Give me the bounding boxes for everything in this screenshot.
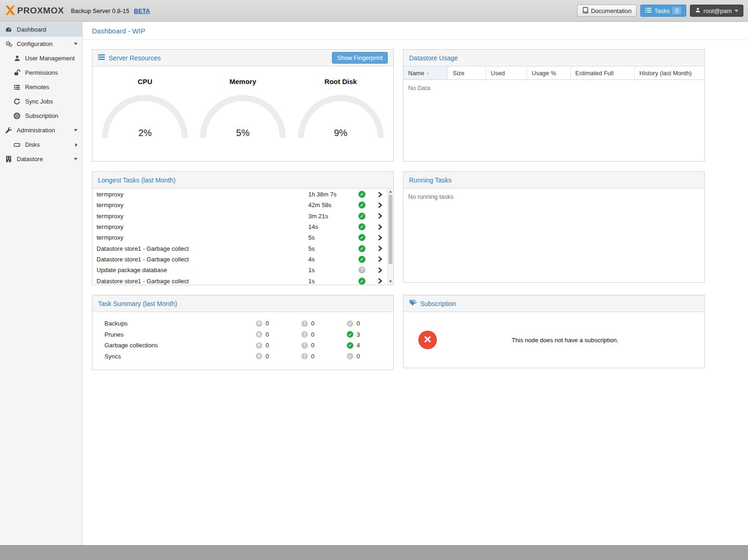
warning-count-group: 0 xyxy=(301,353,347,360)
panel-title: Longest Tasks (last Month) xyxy=(98,176,176,184)
ok-icon xyxy=(347,320,353,327)
error-icon xyxy=(256,342,262,349)
no-subscription-icon xyxy=(418,331,437,349)
task-duration: 1h 38m 7s xyxy=(308,191,358,198)
documentation-button[interactable]: Documentation xyxy=(577,5,637,17)
warning-count-group: 0 xyxy=(301,342,347,349)
ok-count: 3 xyxy=(357,331,360,338)
task-row: termproxy 1h 38m 7s xyxy=(92,189,387,200)
ok-count-group: 0 xyxy=(347,353,392,360)
sidebar-item-permissions[interactable]: Permissions xyxy=(0,65,82,80)
column-header-used[interactable]: Used xyxy=(486,66,527,79)
running-tasks-body: No running tasks xyxy=(403,189,704,282)
ok-count: 0 xyxy=(357,320,360,327)
column-header-history[interactable]: History (last Month) xyxy=(635,66,704,79)
open-task-chevron-icon[interactable] xyxy=(374,267,386,273)
chevron-down-icon xyxy=(735,10,738,12)
scroll-up-icon[interactable] xyxy=(389,190,392,193)
task-name: termproxy xyxy=(97,213,308,220)
beta-link[interactable]: BETA xyxy=(134,7,150,14)
warning-icon xyxy=(301,353,308,359)
server-resources-body: CPU 2% Memory xyxy=(92,66,393,161)
status-ok-icon xyxy=(358,278,365,285)
warning-icon xyxy=(301,342,308,349)
task-name: termproxy xyxy=(97,234,308,241)
column-label: Used xyxy=(491,70,505,77)
empty-state-text: No Data xyxy=(403,80,704,96)
warning-icon xyxy=(301,320,308,327)
sidebar-item-remotes[interactable]: Remotes xyxy=(0,80,82,94)
task-duration: 1s xyxy=(308,267,358,273)
column-header-estimated-full[interactable]: Estimated Full xyxy=(571,66,635,79)
panel-title: Task Summary (last Month) xyxy=(98,300,177,307)
chevron-right-icon xyxy=(75,143,78,147)
open-task-chevron-icon[interactable] xyxy=(374,245,386,252)
user-icon xyxy=(13,55,21,62)
user-label: root@pam xyxy=(703,7,732,14)
ok-count-group: 0 xyxy=(347,320,392,327)
task-duration: 4s xyxy=(308,256,358,263)
sidebar-item-label: Remotes xyxy=(25,84,49,91)
column-header-size[interactable]: Size xyxy=(448,66,486,79)
vertical-scrollbar[interactable] xyxy=(387,189,393,285)
app-window: PROXMOX Backup Server 0.8-15 BETA Docume… xyxy=(0,0,748,560)
error-icon xyxy=(256,320,262,327)
status-ok-icon xyxy=(358,234,365,241)
page-title: Dashboard - WIP xyxy=(92,27,145,35)
running-tasks-panel: Running Tasks No running tasks xyxy=(403,171,705,283)
error-count-group: 0 xyxy=(256,342,301,349)
error-count: 0 xyxy=(266,342,269,349)
datastore-usage-header: Datastore Usage xyxy=(403,50,704,66)
panel-title: Subscription xyxy=(420,300,456,307)
ok-icon xyxy=(347,331,353,338)
open-task-chevron-icon[interactable] xyxy=(374,256,386,262)
scrollbar-thumb[interactable] xyxy=(389,195,392,264)
status-ok-icon xyxy=(358,223,365,230)
open-task-chevron-icon[interactable] xyxy=(374,191,386,198)
running-tasks-header: Running Tasks xyxy=(403,172,704,189)
open-task-chevron-icon[interactable] xyxy=(374,224,386,230)
open-task-chevron-icon[interactable] xyxy=(374,202,386,208)
show-fingerprint-button[interactable]: Show Fingerprint xyxy=(332,52,388,64)
column-header-name[interactable]: Name xyxy=(403,66,448,79)
chevron-down-icon xyxy=(74,129,78,131)
task-row: termproxy 5s xyxy=(92,232,387,243)
user-menu-button[interactable]: root@pam xyxy=(690,5,743,17)
warning-count: 0 xyxy=(311,353,314,360)
server-resources-header: Server Resources Show Fingerprint xyxy=(92,50,393,66)
open-task-chevron-icon[interactable] xyxy=(374,278,386,284)
task-row: Datastore store1 - Garbage collect 5s xyxy=(92,243,387,254)
tasks-button[interactable]: Tasks 0 xyxy=(640,5,686,17)
ok-count-group: 4 xyxy=(347,342,392,349)
tasks-label: Tasks xyxy=(654,7,670,14)
task-name: Datastore store1 - Garbage collect xyxy=(97,256,308,263)
summary-label: Syncs xyxy=(104,353,256,360)
sidebar-item-datastore[interactable]: Datastore xyxy=(0,152,82,166)
sidebar-item-user-management[interactable]: User Management xyxy=(0,51,82,65)
task-row: Update package database 1s xyxy=(92,265,387,275)
subscription-header: Subscription xyxy=(403,295,704,312)
sidebar-item-administration[interactable]: Administration xyxy=(0,123,82,137)
sidebar-item-disks[interactable]: Disks xyxy=(0,137,82,152)
summary-row: Syncs 0 0 0 xyxy=(92,351,393,362)
sidebar-item-dashboard[interactable]: Dashboard xyxy=(0,22,82,37)
sidebar-item-subscription[interactable]: Subscription xyxy=(0,109,82,123)
column-label: Size xyxy=(453,70,464,77)
book-icon xyxy=(582,7,588,15)
status-ok-icon xyxy=(358,256,365,263)
sidebar-item-sync-jobs[interactable]: Sync Jobs xyxy=(0,94,82,109)
open-task-chevron-icon[interactable] xyxy=(374,213,386,219)
task-list-icon xyxy=(645,7,651,14)
gauge-value: 5% xyxy=(199,128,287,138)
summary-row: Backups 0 0 0 xyxy=(92,318,393,329)
subscription-body: This node does not have a subscription. xyxy=(403,312,704,368)
sidebar-item-configuration[interactable]: Configuration xyxy=(0,37,82,51)
list-icon xyxy=(13,84,21,91)
scroll-down-icon[interactable] xyxy=(389,280,392,283)
error-count-group: 0 xyxy=(256,320,301,327)
task-name: Datastore store1 - Garbage collect xyxy=(97,245,308,252)
column-header-usage-pct[interactable]: Usage % xyxy=(527,66,571,79)
open-task-chevron-icon[interactable] xyxy=(374,234,386,241)
proxmox-x-icon xyxy=(5,5,16,17)
gauge-value: 2% xyxy=(101,128,189,138)
